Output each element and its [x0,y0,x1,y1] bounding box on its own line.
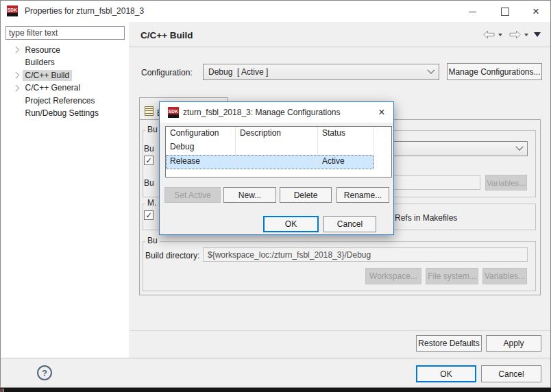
table-row-debug[interactable]: Debug [166,140,391,155]
header-divider [129,47,550,47]
sidebar-item-label: Project References [25,96,95,106]
sidebar-item-label: C/C++ General [25,83,81,93]
delete-button[interactable]: Delete [280,187,332,203]
rename-button[interactable]: Rename... [336,187,389,203]
minimize-icon [469,12,476,12]
cell-description [236,155,318,169]
builder-type-label: Bu [144,144,154,154]
window-title: Properties for zturn_fsbl_2018_3 [25,6,144,16]
table-row-release[interactable]: Release Active [166,155,391,169]
back-button[interactable] [483,30,495,41]
column-header-description[interactable]: Description [236,127,318,140]
sidebar-item-project-references[interactable]: Project References [1,94,128,107]
new-button[interactable]: New... [223,187,276,203]
help-button[interactable]: ? [37,365,52,380]
cell-filler [374,140,391,155]
cell-status [318,140,374,155]
chevron-down-icon [515,143,523,151]
workspace-button: Workspace... [365,268,421,284]
file-system-button: File system... [426,268,478,284]
help-icon: ? [42,368,47,378]
makefile-group-legend: M. [145,198,158,208]
forward-button[interactable] [509,30,521,41]
cell-configuration: Release [166,155,236,169]
sdk-modal-icon: SDK [168,107,179,118]
column-header-status[interactable]: Status [318,127,374,140]
dialog-cancel-button[interactable]: Cancel [481,365,541,382]
sidebar-item-label: C/C++ Build [23,70,73,81]
build-directory-label: Build directory: [145,251,199,260]
manage-configurations-dialog: SDK zturn_fsbl_2018_3: Manage Configurat… [159,101,394,235]
configuration-dropdown[interactable]: Debug [ Active ] [203,64,439,80]
modal-close-button[interactable]: × [374,105,390,119]
close-icon: × [532,5,539,17]
set-active-button: Set Active [164,187,221,203]
column-header-filler [374,127,391,140]
filter-input[interactable] [5,26,125,40]
configurations-table: Configuration Description Status Debug R… [165,126,392,177]
arrow-right-icon [509,30,521,39]
cell-description [236,140,318,155]
close-icon: × [378,106,384,118]
sidebar-item-builders[interactable]: Builders [1,56,128,69]
build-command-label: Bu [144,178,154,188]
builder-group-legend: Bu [145,125,160,134]
chevron-down-icon [427,66,434,74]
page-title: C/C++ Build [140,30,193,40]
chevron-right-icon[interactable] [13,72,19,78]
build-location-variables-button: Variables... [482,268,527,284]
build-location-legend: Bu [145,236,160,245]
content-divider [130,330,550,331]
checkbox-builder[interactable]: ✓ [144,156,154,165]
back-dropdown-button[interactable] [498,34,502,36]
cell-filler [374,155,391,169]
column-header-configuration[interactable]: Configuration [166,127,236,140]
sdk-app-icon: SDK [7,5,18,16]
sdk-app-icon-text: SDK [8,8,18,17]
sidebar-item-label: Resource [25,45,60,55]
chevron-right-icon[interactable] [13,84,19,90]
sidebar-item-cpp-general[interactable]: C/C++ General [1,82,128,95]
table-header-row: Configuration Description Status [166,127,391,140]
sdk-modal-icon-text: SDK [169,109,179,119]
modal-ok-button[interactable]: OK [263,216,319,232]
minimize-button[interactable] [465,5,480,18]
properties-dialog-screen: SDK Properties for zturn_fsbl_2018_3 × R… [0,0,551,392]
makefile-refs-label: Refs in Makefiles [395,213,457,223]
forward-dropdown-button[interactable] [524,34,528,36]
screen-edge-artifact [0,389,4,392]
configuration-label: Configuration: [141,68,193,77]
cell-configuration: Debug [166,140,236,155]
restore-defaults-button[interactable]: Restore Defaults [416,335,482,352]
sidebar-item-resource[interactable]: Resource [1,43,128,56]
sidebar-item-run-debug-settings[interactable]: Run/Debug Settings [1,107,128,120]
build-directory-field: ${workspace_loc:/zturn_fsbl_2018_3}/Debu… [203,247,528,262]
maximize-icon [501,8,509,16]
modal-title: zturn_fsbl_2018_3: Manage Configurations [183,108,341,117]
arrow-left-icon [483,30,495,39]
view-menu-button[interactable] [534,32,541,37]
sidebar-item-label: Builders [25,58,55,67]
sidebar-item-cpp-build[interactable]: C/C++ Build [1,69,128,82]
close-button[interactable]: × [528,5,543,17]
check-icon: ✓ [145,212,151,219]
maximize-button[interactable] [498,5,513,18]
sidebar-item-label: Run/Debug Settings [25,108,99,118]
manage-configurations-button[interactable]: Manage Configurations... [447,63,542,80]
dialog-ok-button[interactable]: OK [416,365,476,382]
chevron-right-icon[interactable] [13,47,19,53]
configuration-dropdown-value: Debug [ Active ] [208,67,268,77]
checkbox-makefile[interactable]: ✓ [144,210,154,220]
cell-status: Active [318,155,374,169]
check-icon: ✓ [145,157,151,164]
builder-settings-tab-icon [145,106,154,116]
modal-cancel-button[interactable]: Cancel [323,216,376,232]
apply-button[interactable]: Apply [486,335,541,352]
build-command-variables-button: Variables... [485,175,527,191]
screen-background-strip [0,388,551,392]
